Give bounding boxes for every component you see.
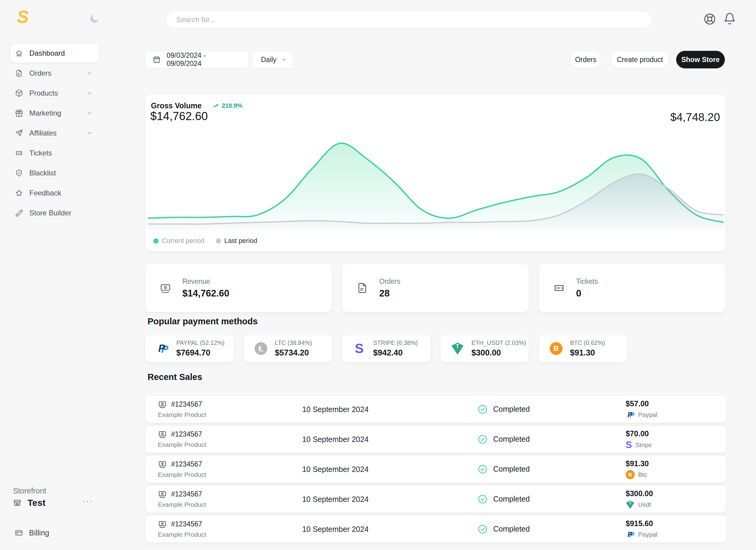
billing-label: Billing	[29, 529, 49, 537]
order-amount-cell: $70.00 S Stripe	[626, 429, 652, 450]
app-logo[interactable]: S	[17, 8, 29, 25]
order-id: #1234567	[171, 400, 202, 409]
sidebar-item-tickets[interactable]: Tickets	[11, 144, 99, 162]
file-text-icon	[356, 282, 368, 294]
home-icon	[15, 49, 23, 57]
payment-amount: $300.00	[471, 348, 526, 358]
chart-legend: Current period Last period	[153, 237, 257, 245]
chevron-down-icon	[86, 70, 93, 76]
brush-icon	[15, 209, 23, 217]
sidebar-item-orders[interactable]: Orders	[11, 64, 99, 83]
show-store-button[interactable]: Show Store	[676, 51, 725, 68]
trending-up-icon	[213, 102, 219, 109]
gross-volume-chart	[148, 130, 724, 230]
tether-icon	[626, 500, 635, 509]
check-circle-icon	[477, 404, 488, 415]
shield-check-icon	[15, 169, 23, 177]
chevron-down-icon	[86, 130, 93, 136]
sale-row[interactable]: #1234567 Example Product 10 September 20…	[145, 455, 726, 483]
sale-row[interactable]: #1234567 Example Product 10 September 20…	[145, 485, 726, 513]
order-date: 10 September 2024	[276, 435, 394, 444]
order-product: Example Product	[158, 471, 206, 478]
ticket-icon	[15, 149, 23, 157]
help-button[interactable]	[703, 12, 716, 26]
order-amount: $300.00	[626, 489, 653, 498]
orders-stat-card: Orders 28	[342, 264, 529, 312]
payment-card-eth-usdt: ETH_USDT (2.03%) $300.00	[440, 335, 529, 363]
legend-last-dot	[216, 238, 221, 243]
order-date: 10 September 2024	[276, 465, 394, 474]
check-circle-icon	[477, 494, 488, 504]
sidebar-item-store-builder[interactable]: Store Builder	[11, 203, 99, 222]
current-period-total: $14,762.60	[150, 110, 208, 123]
paypal-icon	[156, 342, 169, 355]
sidebar-item-marketing[interactable]: Marketing	[11, 104, 99, 122]
tether-icon	[451, 342, 464, 355]
sale-row[interactable]: #1234567 Example Product 10 September 20…	[145, 396, 726, 423]
order-status: Completed	[477, 494, 530, 504]
storefront-switcher[interactable]: Test	[13, 496, 92, 509]
orders-button[interactable]: Orders	[570, 51, 601, 68]
sidebar-item-label: Feedback	[29, 189, 61, 197]
stat-value: 28	[379, 288, 400, 299]
sidebar-item-dashboard[interactable]: Dashboard	[11, 44, 99, 63]
sale-row[interactable]: #1234567 Example Product 10 September 20…	[145, 425, 726, 453]
banknote-icon	[159, 282, 171, 294]
paypal-icon	[626, 410, 635, 419]
sidebar-item-label: Affiliates	[29, 129, 57, 137]
gross-volume-title: Gross Volume	[151, 101, 202, 110]
payment-card-ltc: Ł LTC (38.84%) $5734.20	[244, 335, 332, 363]
stat-value: $14,762.60	[182, 288, 229, 299]
moon-icon	[88, 13, 100, 25]
sale-row[interactable]: #1234567 Example Product 10 September 20…	[145, 515, 726, 543]
chevron-down-icon	[86, 110, 93, 116]
order-amount: $915.60	[626, 519, 657, 528]
sidebar-item-label: Tickets	[29, 149, 52, 157]
star-icon	[15, 189, 23, 197]
sidebar-item-blacklist[interactable]: Blacklist	[11, 164, 99, 182]
order-amount: $57.00	[626, 399, 657, 408]
legend-current-period[interactable]: Current period	[153, 237, 204, 245]
notifications-button[interactable]	[723, 12, 736, 25]
order-date: 10 September 2024	[276, 525, 394, 533]
dark-mode-toggle[interactable]	[88, 13, 100, 25]
stat-label: Orders	[379, 278, 400, 286]
check-circle-icon	[477, 464, 488, 474]
credit-card-icon	[15, 529, 23, 537]
last-period-total: $4,748.20	[670, 111, 720, 124]
legend-last-period[interactable]: Last period	[216, 237, 257, 245]
file-text-icon	[15, 69, 23, 77]
gift-icon	[15, 109, 23, 117]
gross-volume-card: Gross Volume 210.9% $14,762.60 $4,748.20…	[145, 94, 726, 252]
sidebar-item-billing[interactable]: Billing	[15, 526, 84, 540]
order-status: Completed	[477, 524, 530, 534]
interval-select[interactable]: Daily	[252, 51, 293, 68]
paypal-icon	[626, 530, 635, 539]
bell-icon	[723, 12, 736, 25]
payment-label: BTC (0.62%)	[570, 340, 605, 347]
sidebar-item-affiliates[interactable]: Affiliates	[11, 124, 99, 142]
order-status: Completed	[477, 404, 530, 415]
payment-label: LTC (38.84%)	[275, 340, 312, 347]
sidebar-item-products[interactable]: Products	[11, 84, 99, 102]
payment-label: PAYPAL (52.12%)	[176, 340, 224, 347]
chevron-down-icon	[281, 57, 287, 63]
payment-label: STRIPE (6.38%)	[373, 340, 418, 347]
order-id: #1234567	[171, 460, 202, 468]
order-amount: $91.30	[626, 459, 649, 468]
date-range-picker[interactable]: 09/03/2024 - 09/09/2024	[145, 51, 249, 68]
payment-method-name: Btc	[638, 471, 647, 478]
bitcoin-icon: B	[626, 470, 635, 479]
sidebar-item-label: Blacklist	[29, 169, 56, 177]
sidebar-item-feedback[interactable]: Feedback	[11, 184, 99, 202]
order-product: Example Product	[158, 411, 206, 418]
sidebar-item-label: Store Builder	[29, 209, 71, 217]
storefront-menu-button[interactable]: ···	[82, 496, 93, 506]
storefront-label: Storefront	[13, 487, 46, 495]
ticket-icon	[553, 282, 565, 294]
payment-card-paypal: PAYPAL (52.12%) $7694.70	[145, 335, 234, 363]
create-product-button[interactable]: Create product	[611, 51, 669, 68]
order-amount-cell: $91.30 B Btc	[626, 459, 649, 479]
search-input[interactable]	[176, 15, 642, 24]
revenue-stat-card: Revenue $14,762.60	[145, 264, 332, 312]
